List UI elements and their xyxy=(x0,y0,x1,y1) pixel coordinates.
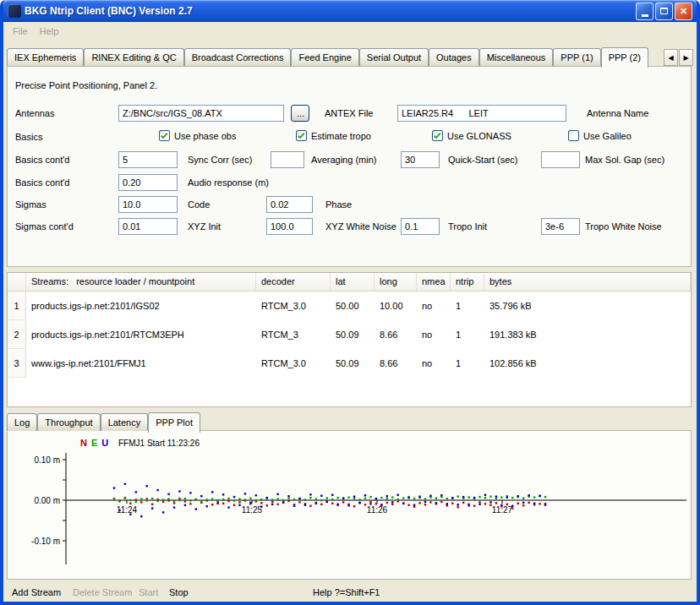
checkbox-label: Use GLONASS xyxy=(447,131,511,141)
sync-corr-input[interactable] xyxy=(118,151,178,168)
ppp2-panel: Precise Point Positioning, Panel 2. Ante… xyxy=(7,66,692,267)
ppp-plot-panel: 0.10 m0.00 m-0.10 m11:2411:2511:2611:27 … xyxy=(7,430,692,580)
checkbox-label: Use Galileo xyxy=(583,131,632,141)
basics-contd2-label: Basics cont'd xyxy=(15,177,69,188)
tab-scroll-left-button[interactable]: ◀ xyxy=(664,49,678,66)
cell: 8.66 xyxy=(375,330,417,340)
column-header-long[interactable]: long xyxy=(375,273,417,291)
tropo-init-input[interactable] xyxy=(401,218,440,235)
table-row[interactable]: 2products.igs-ip.net:2101/RTCM3EPHRTCM_3… xyxy=(8,320,691,349)
tab-bar: IEX EphemerisRINEX Editing & QCBroadcast… xyxy=(7,47,648,66)
checkbox-label: Use phase obs xyxy=(174,131,236,141)
bottom-tab-latency[interactable]: Latency xyxy=(101,413,149,431)
sigma-code-input[interactable] xyxy=(118,196,178,213)
checkbox-checked-icon[interactable] xyxy=(159,130,170,141)
bottom-tab-throughput[interactable]: Throughput xyxy=(37,413,100,431)
checkbox-use-phase-obs[interactable]: Use phase obs xyxy=(159,130,236,141)
sigmas-row: Sigmas Code Phase xyxy=(8,196,691,213)
legend-n: N xyxy=(80,438,87,448)
svg-text:0.10 m: 0.10 m xyxy=(34,455,60,465)
cell: 8.66 xyxy=(375,358,417,368)
tropo-white-noise-input[interactable] xyxy=(541,218,580,235)
tab-scrollers: ◀ ▶ xyxy=(664,49,693,66)
checkbox-estimate-tropo[interactable]: Estimate tropo xyxy=(296,130,371,141)
scroll-right-icon: ▶ xyxy=(683,54,688,62)
tab-miscellaneous[interactable]: Miscellaneous xyxy=(479,48,554,66)
cell: 50.09 xyxy=(331,330,375,340)
status-action-stop[interactable]: Stop xyxy=(169,587,189,597)
xyz-init-input[interactable] xyxy=(118,218,178,235)
antenna-name-label: Antenna Name xyxy=(587,108,648,118)
checkbox-checked-icon[interactable] xyxy=(432,130,443,141)
table-row[interactable]: 1products.igs-ip.net:2101/IGS02RTCM_3.05… xyxy=(8,292,691,320)
column-header-bytes[interactable]: bytes xyxy=(484,273,691,291)
audio-response-input[interactable] xyxy=(118,174,178,191)
audio-response-label: Audio response (m) xyxy=(188,177,269,188)
antex-browse-button[interactable]: ... xyxy=(291,105,309,122)
ppp-plot-svg: 0.10 m0.00 m-0.10 m11:2411:2511:2611:27 xyxy=(8,431,691,579)
status-action-add-stream[interactable]: Add Stream xyxy=(12,587,61,597)
app-window: BKG Ntrip Client (BNC) Version 2.7 ✕ Fil… xyxy=(0,0,700,605)
sync-corr-label: Sync Corr (sec) xyxy=(188,155,252,165)
checkbox-label: Estimate tropo xyxy=(311,131,371,141)
checkbox-use-glonass[interactable]: Use GLONASS xyxy=(432,130,511,141)
title-bar[interactable]: BKG Ntrip Client (BNC) Version 2.7 ✕ xyxy=(3,0,697,22)
quick-start-input[interactable] xyxy=(401,151,440,168)
streams-table: Streams: resource loader / mountpointdec… xyxy=(7,272,692,407)
maximize-button[interactable] xyxy=(655,3,673,20)
tab-scroll-right-button[interactable]: ▶ xyxy=(679,49,693,66)
tab-feed-engine[interactable]: Feed Engine xyxy=(291,48,358,66)
antex-file-input[interactable] xyxy=(118,105,284,122)
basics-row: Basics Use phase obsEstimate tropoUse GL… xyxy=(8,128,691,145)
status-action-help-shift-f1[interactable]: Help ?=Shift+F1 xyxy=(313,587,380,597)
column-header-streams-resource-loader[interactable]: Streams: resource loader / mountpoint xyxy=(26,273,256,291)
tab-ppp-2[interactable]: PPP (2) xyxy=(601,47,648,68)
status-action-delete-stream: Delete Stream xyxy=(73,587,132,597)
svg-text:0.00 m: 0.00 m xyxy=(34,496,60,505)
tab-ppp-1[interactable]: PPP (1) xyxy=(553,48,600,66)
checkbox-checked-icon[interactable] xyxy=(296,130,307,141)
plot-title: FFMJ1 Start 11:23:26 xyxy=(118,439,200,448)
status-bar: Add StreamDelete StreamStartStopHelp ?=S… xyxy=(7,585,693,602)
averaging-input[interactable] xyxy=(271,151,304,168)
tab-rinex-editing-qc[interactable]: RINEX Editing & QC xyxy=(84,48,183,66)
antennas-label: Antennas xyxy=(15,108,54,118)
cell: RTCM_3.0 xyxy=(256,301,331,311)
legend-e: E xyxy=(91,438,97,448)
tab-serial-output[interactable]: Serial Output xyxy=(359,48,429,66)
checkbox-unchecked-icon[interactable] xyxy=(568,130,579,141)
bottom-tab-bar: LogThroughputLatencyPPP Plot xyxy=(7,412,200,431)
maximize-icon xyxy=(660,8,668,14)
cell: no xyxy=(417,301,451,311)
legend-u: U xyxy=(101,438,108,448)
close-button[interactable]: ✕ xyxy=(675,3,692,20)
table-row[interactable]: 3www.igs-ip.net:2101/FFMJ1RTCM_3.050.098… xyxy=(8,349,691,378)
menu-help[interactable]: Help xyxy=(34,24,65,39)
panel-heading: Precise Point Positioning, Panel 2. xyxy=(15,80,157,90)
menu-file[interactable]: File xyxy=(7,24,34,39)
bottom-tab-log[interactable]: Log xyxy=(7,413,37,431)
max-sol-gap-label: Max Sol. Gap (sec) xyxy=(585,155,664,165)
row-number: 1 xyxy=(8,292,26,320)
sigma-phase-input[interactable] xyxy=(266,196,313,213)
column-header-ntrip[interactable]: ntrip xyxy=(451,273,484,291)
scroll-left-icon: ◀ xyxy=(668,54,673,62)
minimize-button[interactable] xyxy=(636,3,654,20)
column-header-lat[interactable]: lat xyxy=(331,273,375,291)
basics-contd-row: Basics cont'd Sync Corr (sec) Averaging … xyxy=(8,151,691,168)
streams-body: 1products.igs-ip.net:2101/IGS02RTCM_3.05… xyxy=(8,292,691,378)
column-header-decoder[interactable]: decoder xyxy=(256,273,331,291)
sigmas-contd-row: Sigmas cont'd XYZ Init XYZ White Noise T… xyxy=(8,218,691,235)
cell: RTCM_3.0 xyxy=(256,358,331,368)
column-header-nmea[interactable]: nmea xyxy=(417,273,451,291)
checkbox-use-galileo[interactable]: Use Galileo xyxy=(568,130,632,141)
xyz-white-noise-input[interactable] xyxy=(266,218,313,235)
cell: 191.383 kB xyxy=(484,330,691,340)
main-area: IEX EphemerisRINEX Editing & QCBroadcast… xyxy=(3,41,697,602)
tab-broadcast-corrections[interactable]: Broadcast Corrections xyxy=(184,48,292,66)
max-sol-gap-input[interactable] xyxy=(541,151,580,168)
antenna-name-input[interactable] xyxy=(397,105,566,122)
tab-iex-ephemeris[interactable]: IEX Ephemeris xyxy=(7,48,84,66)
tab-outages[interactable]: Outages xyxy=(429,48,479,66)
bottom-tab-ppp-plot[interactable]: PPP Plot xyxy=(148,412,200,433)
